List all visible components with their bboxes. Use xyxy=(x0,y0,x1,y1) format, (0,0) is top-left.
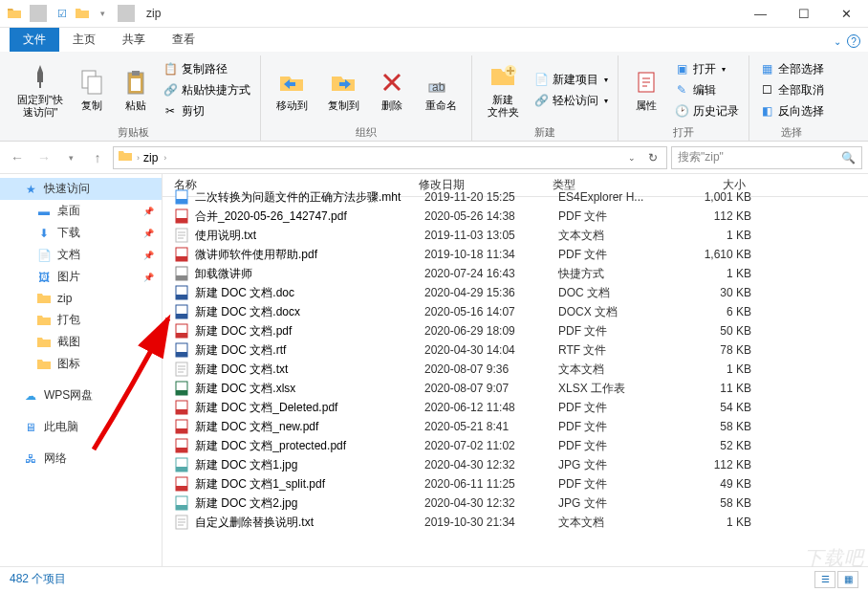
rename-button[interactable]: ab 重命名 xyxy=(418,55,464,124)
file-size: 50 KB xyxy=(675,324,780,338)
file-date: 2020-04-30 12:32 xyxy=(417,458,551,471)
file-date: 2019-10-30 21:34 xyxy=(417,515,551,529)
refresh-icon[interactable]: ↻ xyxy=(643,151,662,164)
file-name: 使用说明.txt xyxy=(195,228,417,244)
file-row[interactable]: 新建 DOC 文档2.jpg2020-04-30 12:32JPG 文件58 K… xyxy=(163,493,868,513)
sidebar-quick-access[interactable]: ★快速访问 xyxy=(0,178,162,200)
nav-back-button[interactable]: ← xyxy=(6,146,29,169)
sidebar-tubiao[interactable]: 图标 xyxy=(0,353,162,375)
file-row[interactable]: 自定义删除替换说明.txt2019-10-30 21:34文本文档1 KB xyxy=(163,513,868,532)
file-icon xyxy=(174,228,189,243)
new-item-button[interactable]: 📄新建项目▾ xyxy=(532,71,610,89)
delete-button[interactable]: 删除 xyxy=(372,55,412,124)
file-row[interactable]: 二次转换为问题文件的正确方法步骤.mht2019-11-20 15:25ES4E… xyxy=(163,187,868,207)
file-row[interactable]: 新建 DOC 文档1_split.pdf2020-06-11 11:25PDF … xyxy=(163,474,868,493)
sidebar-network[interactable]: 🖧网络 xyxy=(0,448,162,470)
history-button[interactable]: 🕑历史记录 xyxy=(672,102,741,121)
file-icon xyxy=(174,247,189,262)
file-type: 文本文档 xyxy=(551,515,675,531)
open-button[interactable]: ▣打开▾ xyxy=(672,60,741,78)
close-button[interactable]: ✕ xyxy=(825,0,868,28)
new-folder-button[interactable]: 新建 文件夹 xyxy=(480,55,526,124)
file-date: 2020-05-16 14:07 xyxy=(417,305,551,318)
group-clipboard-label: 剪贴板 xyxy=(6,125,260,140)
breadcrumb-zip[interactable]: zip› xyxy=(143,151,166,164)
file-row[interactable]: 新建 DOC 文档1.jpg2020-04-30 12:32JPG 文件112 … xyxy=(163,455,868,474)
paste-shortcut-button[interactable]: 🔗粘贴快捷方式 xyxy=(161,81,252,99)
maximize-button[interactable]: ☐ xyxy=(782,0,825,28)
edit-button[interactable]: ✎编辑 xyxy=(672,81,741,99)
copy-to-button[interactable]: 复制到 xyxy=(320,55,366,124)
file-row[interactable]: 新建 DOC 文档.pdf2020-06-29 18:09PDF 文件50 KB xyxy=(163,321,868,340)
file-row[interactable]: 微讲师软件使用帮助.pdf2019-10-18 11:34PDF 文件1,610… xyxy=(163,245,868,264)
file-type: PDF 文件 xyxy=(551,323,675,340)
cut-button[interactable]: ✂剪切 xyxy=(161,102,252,121)
sidebar-jietu[interactable]: 截图 xyxy=(0,331,162,353)
move-to-button[interactable]: 移动到 xyxy=(269,55,315,124)
sidebar-dapao[interactable]: 打包 xyxy=(0,309,162,331)
file-row[interactable]: 新建 DOC 文档_Deleted.pdf2020-06-12 11:48PDF… xyxy=(163,398,868,417)
copy-path-button[interactable]: 📋复制路径 xyxy=(161,60,252,78)
file-date: 2019-11-03 13:05 xyxy=(417,229,551,242)
file-row[interactable]: 合并_2020-05-26_142747.pdf2020-05-26 14:38… xyxy=(163,207,868,226)
file-icon xyxy=(174,515,189,530)
svg-rect-3 xyxy=(132,71,140,76)
file-size: 54 KB xyxy=(675,401,780,414)
file-list[interactable]: 二次转换为问题文件的正确方法步骤.mht2019-11-20 15:25ES4E… xyxy=(163,187,868,566)
file-row[interactable]: 新建 DOC 文档.doc2020-04-29 15:36DOC 文档30 KB xyxy=(163,283,868,302)
sidebar-zip[interactable]: zip xyxy=(0,288,162,309)
file-row[interactable]: 新建 DOC 文档.xlsx2020-08-07 9:07XLSX 工作表11 … xyxy=(163,379,868,398)
file-name: 卸载微讲师 xyxy=(195,266,417,282)
paste-button[interactable]: 粘贴 xyxy=(117,55,155,124)
search-input[interactable]: 搜索"zip" 🔍 xyxy=(671,146,862,169)
ribbon-collapse-icon[interactable]: ⌄ xyxy=(834,36,841,47)
qa-dropdown-icon[interactable]: ▾ xyxy=(94,5,111,22)
svg-rect-23 xyxy=(176,333,187,338)
file-row[interactable]: 新建 DOC 文档.rtf2020-04-30 14:04RTF 文件78 KB xyxy=(163,340,868,360)
sidebar-desktop[interactable]: ▬桌面📌 xyxy=(0,200,162,222)
address-box[interactable]: › zip› ⌄ ↻ xyxy=(113,146,667,169)
nav-recent-button[interactable]: ▾ xyxy=(59,146,82,169)
nav-up-button[interactable]: ↑ xyxy=(86,146,109,169)
file-date: 2020-07-02 11:02 xyxy=(417,439,551,452)
svg-rect-19 xyxy=(176,295,187,299)
file-row[interactable]: 卸载微讲师2020-07-24 16:43快捷方式1 KB xyxy=(163,264,868,283)
qa-checkbox-icon[interactable]: ☑ xyxy=(54,5,71,22)
tab-home[interactable]: 主页 xyxy=(59,28,109,52)
file-row[interactable]: 新建 DOC 文档_protected.pdf2020-07-02 11:02P… xyxy=(163,436,868,455)
file-size: 1 KB xyxy=(675,267,780,280)
select-all-button[interactable]: ▦全部选择 xyxy=(757,60,826,78)
minimize-button[interactable]: — xyxy=(739,0,782,28)
file-row[interactable]: 新建 DOC 文档_new.pdf2020-05-21 8:41PDF 文件58… xyxy=(163,417,868,436)
tab-file[interactable]: 文件 xyxy=(10,28,59,52)
file-type: RTF 文件 xyxy=(551,342,675,359)
svg-rect-25 xyxy=(176,352,187,357)
sidebar-wps[interactable]: ☁WPS网盘 xyxy=(0,384,162,406)
file-row[interactable]: 新建 DOC 文档.docx2020-05-16 14:07DOCX 文档6 K… xyxy=(163,302,868,321)
file-date: 2020-05-21 8:41 xyxy=(417,420,551,433)
help-icon[interactable]: ? xyxy=(847,34,860,48)
search-icon[interactable]: 🔍 xyxy=(841,151,856,164)
deselect-all-button[interactable]: ☐全部取消 xyxy=(757,81,826,99)
sidebar-documents[interactable]: 📄文档📌 xyxy=(0,244,162,266)
svg-rect-12 xyxy=(176,218,187,223)
pin-to-quick-access-button[interactable]: 固定到"快 速访问" xyxy=(13,55,67,124)
tab-view[interactable]: 查看 xyxy=(159,28,208,52)
copy-button[interactable]: 复制 xyxy=(73,55,111,124)
easy-access-button[interactable]: 🔗轻松访问▾ xyxy=(532,92,610,110)
file-date: 2020-07-24 16:43 xyxy=(417,267,551,280)
file-row[interactable]: 新建 DOC 文档.txt2020-08-07 9:36文本文档1 KB xyxy=(163,360,868,379)
icons-view-button[interactable]: ▦ xyxy=(837,571,858,588)
address-dropdown-icon[interactable]: ⌄ xyxy=(622,151,641,164)
properties-button[interactable]: 属性 xyxy=(626,55,666,124)
file-row[interactable]: 使用说明.txt2019-11-03 13:05文本文档1 KB xyxy=(163,226,868,245)
sidebar-pictures[interactable]: 🖼图片📌 xyxy=(0,266,162,288)
qa-folder-icon[interactable] xyxy=(74,5,91,22)
sidebar-thispc[interactable]: 🖥此电脑 xyxy=(0,416,162,438)
invert-selection-button[interactable]: ◧反向选择 xyxy=(757,102,826,121)
details-view-button[interactable]: ☰ xyxy=(814,571,835,588)
nav-forward-button[interactable]: → xyxy=(33,146,55,169)
file-name: 新建 DOC 文档_Deleted.pdf xyxy=(195,400,417,416)
sidebar-downloads[interactable]: ⬇下载📌 xyxy=(0,222,162,244)
tab-share[interactable]: 共享 xyxy=(109,28,159,52)
